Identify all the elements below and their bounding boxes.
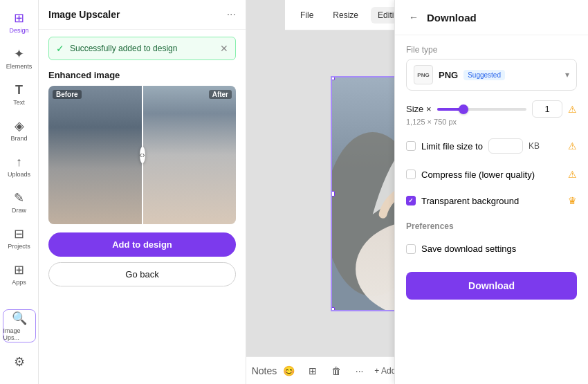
save-settings-checkbox[interactable] [406, 244, 416, 254]
sidebar-item-projects[interactable]: ⊟ Projects [3, 221, 36, 255]
sidebar-item-uploads[interactable]: ↑ Uploads [3, 149, 36, 183]
size-input[interactable]: 1 [532, 100, 562, 118]
sidebar-item-apps[interactable]: ⊞ Apps [3, 257, 36, 291]
download-panel-header: ← Download [395, 0, 588, 35]
crown-icon: ♛ [568, 195, 577, 206]
sidebar-item-elements[interactable]: ✦ Elements [3, 42, 36, 75]
before-image: Before [48, 86, 143, 224]
preferences-label: Preferences [406, 221, 577, 231]
uploads-icon: ↑ [16, 155, 22, 170]
after-image: After [143, 86, 237, 224]
sidebar: ⊞ Design ✦ Elements T Text ◈ Brand ↑ Upl… [0, 0, 39, 384]
png-icon: PNG [414, 65, 433, 84]
brand-icon: ◈ [15, 118, 24, 134]
limit-size-checkbox[interactable] [406, 141, 416, 151]
slider-thumb[interactable] [459, 104, 468, 114]
grid-button[interactable]: ⊞ [303, 361, 322, 381]
save-settings-label: Save download settings [421, 244, 516, 254]
size-section: Size × 1 ⚠ 1,125 × 750 px [406, 100, 577, 126]
panel-menu-icon[interactable]: ··· [227, 8, 236, 21]
download-button[interactable]: Download [406, 272, 577, 300]
file-type-section: File type PNG PNG Suggested ▾ [406, 45, 577, 91]
size-label: Size × [406, 104, 432, 114]
close-banner-button[interactable]: ✕ [220, 43, 228, 54]
emoji-button[interactable]: 😊 [279, 361, 299, 381]
size-warning-icon: ⚠ [568, 104, 577, 115]
sidebar-item-draw[interactable]: ✎ Draw [3, 185, 36, 219]
success-banner: ✓ Successfully added to design ✕ [48, 37, 236, 60]
kb-label: KB [529, 141, 540, 151]
transparent-checkbox[interactable] [406, 196, 416, 205]
projects-icon: ⊟ [14, 226, 24, 241]
sidebar-item-design[interactable]: ⊞ Design [3, 6, 36, 39]
file-type-left: PNG PNG Suggested [414, 65, 505, 84]
apps-icon: ⊞ [14, 262, 24, 277]
size-row: Size × 1 ⚠ [406, 100, 577, 118]
sidebar-item-label-elements: Elements [6, 63, 33, 70]
before-label: Before [53, 90, 82, 99]
resize-handle-bl[interactable] [331, 307, 335, 311]
size-slider[interactable] [437, 102, 527, 116]
enhanced-label: Enhanced image [39, 67, 246, 86]
transparent-row: Transparent background ♛ [406, 192, 577, 209]
sidebar-item-label-design: Design [9, 27, 28, 34]
file-type-name: PNG [439, 70, 458, 80]
more-canvas-button[interactable]: ··· [350, 361, 369, 381]
save-settings-row: Save download settings [406, 241, 577, 257]
go-back-button[interactable]: Go back [48, 262, 236, 286]
download-panel: ← Download File type PNG PNG Suggested ▾ [394, 0, 588, 384]
download-title: Download [427, 12, 477, 24]
main-area: File Resize Editing ▾ ↺ ↻ ⏱ Untitled (20… [246, 0, 588, 384]
file-button[interactable]: File [293, 7, 320, 24]
elements-icon: ✦ [14, 46, 24, 62]
canvas-tools: Notes [255, 361, 274, 381]
notes-label: Notes [252, 365, 277, 376]
compress-checkbox[interactable] [406, 170, 416, 179]
dimensions-text: 1,125 × 750 px [406, 118, 577, 126]
kb-input[interactable] [488, 138, 523, 154]
resize-handle-tl[interactable] [331, 76, 335, 80]
limit-size-row: Limit file size to KB ⚠ [406, 136, 577, 156]
notes-button[interactable]: Notes [255, 361, 274, 381]
sidebar-item-label-draw: Draw [12, 207, 26, 214]
transparent-label: Transparent background [421, 196, 519, 206]
compress-label: Compress file (lower quality) [421, 170, 535, 180]
download-back-button[interactable]: ← [406, 10, 421, 25]
resize-handle-ml[interactable] [331, 191, 335, 196]
compare-divider[interactable]: ‹› [142, 86, 143, 224]
compare-handle[interactable]: ‹› [140, 147, 145, 163]
download-body: File type PNG PNG Suggested ▾ Size × [395, 35, 588, 384]
sidebar-item-image-upscaler[interactable]: 🔍 Image Ups... [3, 309, 36, 342]
image-upscaler-panel: Image Upscaler ··· ✓ Successfully added … [39, 0, 246, 384]
sidebar-item-label-projects: Projects [8, 243, 30, 250]
panel-header: Image Upscaler ··· [39, 0, 246, 30]
text-icon: T [15, 83, 23, 98]
canvas-actions: 😊 ⊞ 🗑 ··· [279, 361, 369, 381]
sidebar-item-settings[interactable]: ⚙ [3, 345, 36, 378]
delete-button[interactable]: 🗑 [327, 361, 346, 381]
add-to-design-button[interactable]: Add to design [48, 232, 236, 257]
draw-icon: ✎ [14, 190, 24, 205]
sidebar-item-label-upscaler: Image Ups... [3, 327, 35, 341]
size-value: 1 [544, 104, 549, 114]
image-compare: Before After ‹› [48, 86, 236, 224]
compress-warning-icon: ⚠ [568, 169, 577, 180]
panel-actions: Add to design Go back [39, 224, 246, 295]
sidebar-item-label-uploads: Uploads [8, 171, 30, 178]
after-label: After [209, 90, 232, 99]
design-icon: ⊞ [14, 10, 24, 26]
file-type-dropdown[interactable]: PNG PNG Suggested ▾ [406, 59, 577, 91]
sidebar-item-label-text: Text [13, 99, 25, 106]
image-upscaler-icon: 🔍 [12, 311, 27, 326]
sidebar-item-label-brand: Brand [10, 135, 27, 142]
resize-button[interactable]: Resize [326, 7, 365, 24]
limit-warning-icon: ⚠ [568, 140, 577, 152]
sidebar-item-text[interactable]: T Text [3, 77, 36, 111]
sidebar-item-brand[interactable]: ◈ Brand [3, 113, 36, 147]
success-message: Successfully added to design [70, 44, 177, 53]
file-type-chevron: ▾ [565, 70, 569, 80]
compress-row: Compress file (lower quality) ⚠ [406, 166, 577, 183]
panel-title: Image Upscaler [48, 9, 120, 20]
settings-icon: ⚙ [14, 354, 25, 369]
file-type-label: File type [406, 45, 577, 55]
